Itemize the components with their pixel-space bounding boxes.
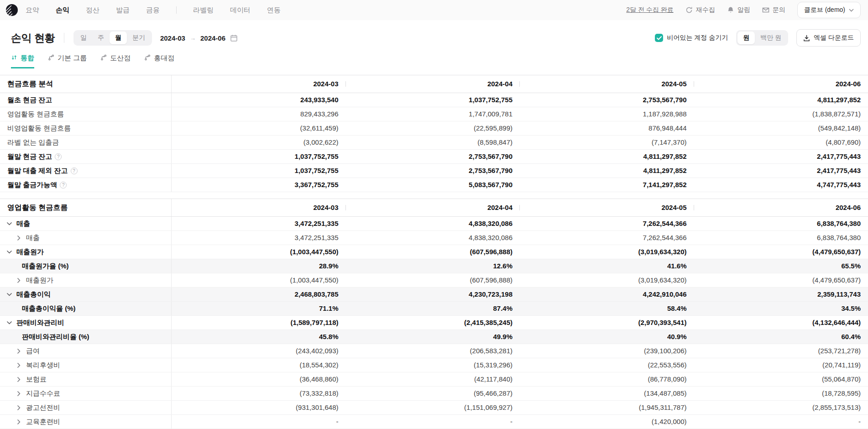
value-cell: 2,753,567,790 xyxy=(520,93,694,107)
app-logo-icon[interactable] xyxy=(5,4,18,16)
help-icon[interactable]: ? xyxy=(55,153,62,160)
collapse-toggle-chevron-down-icon[interactable] xyxy=(5,220,13,227)
unit-seg-option-1[interactable]: 원 xyxy=(737,31,755,44)
table-header-row: 현금흐름 분석2024-032024-042024-052024-06 xyxy=(0,75,868,93)
value-cell: 4,811,297,852 xyxy=(520,164,694,178)
nav-item-8[interactable]: 연동 xyxy=(267,6,281,15)
table-row: 영업활동 현금흐름829,433,2961,747,009,7811,187,9… xyxy=(0,107,868,121)
period-seg-option-2[interactable]: 주 xyxy=(92,31,110,44)
unit-seg-option-2[interactable]: 백만 원 xyxy=(755,31,787,44)
value-cell: (36,468,860) xyxy=(172,372,346,386)
row-label-cell: 매출 xyxy=(0,231,172,245)
value-cell: 4,838,320,086 xyxy=(346,217,520,230)
row-label: 판매비와관리비 xyxy=(16,319,64,327)
value-cell: 3,472,251,335 xyxy=(172,231,346,245)
tab-4[interactable]: 홍대점 xyxy=(144,54,174,68)
expand-toggle-chevron-right-icon[interactable] xyxy=(15,404,22,411)
help-icon[interactable]: ? xyxy=(60,182,67,188)
expand-toggle-chevron-right-icon[interactable] xyxy=(15,234,22,241)
table-row: 광고선전비(931,301,648)(1,151,069,927)(1,945,… xyxy=(0,401,868,415)
refresh-icon xyxy=(685,6,693,14)
expand-toggle-chevron-right-icon[interactable] xyxy=(15,361,22,369)
operating-cash-flow-table: 영업활동 현금흐름2024-032024-042024-052024-06매출3… xyxy=(0,199,868,429)
value-cell: 3,472,251,335 xyxy=(172,217,346,230)
calendar-icon[interactable] xyxy=(230,34,238,42)
row-label-cell: 매출 xyxy=(0,217,172,230)
table-row: 매출3,472,251,3354,838,320,0867,262,544,36… xyxy=(0,231,868,245)
collection-status-link[interactable]: 2달 전 수집 완료 xyxy=(626,6,673,14)
table-row: 보험료(36,468,860)(42,117,840)(86,778,090)(… xyxy=(0,372,868,387)
recollect-button[interactable]: 재수집 xyxy=(685,6,715,14)
tab-1[interactable]: 통합 xyxy=(11,54,34,68)
table-row: 복리후생비(18,554,302)(15,319,296)(22,553,556… xyxy=(0,358,868,372)
row-label: 라벨 없는 입출금 xyxy=(7,138,59,147)
value-cell: (2,970,393,541) xyxy=(520,316,694,330)
value-cell: 2,417,775,443 xyxy=(694,150,868,163)
nav-item-3[interactable]: 정산 xyxy=(86,6,99,15)
value-cell: 7,141,297,852 xyxy=(520,178,694,192)
value-cell: (4,479,650,637) xyxy=(694,273,868,287)
value-cell: 876,948,444 xyxy=(520,121,694,135)
table-row: 월말 대출 제외 잔고?1,037,752,7552,753,567,7904,… xyxy=(0,164,868,178)
excel-download-button[interactable]: 엑셀 다운로드 xyxy=(796,29,861,47)
value-cell: 1,747,009,781 xyxy=(346,107,520,121)
row-label: 매출 xyxy=(16,220,30,228)
collapse-toggle-chevron-down-icon[interactable] xyxy=(5,319,13,326)
value-cell: 1,037,752,755 xyxy=(346,93,520,107)
value-cell: 60.4% xyxy=(694,330,868,344)
value-cell: (1,003,447,550) xyxy=(172,273,346,287)
checkbox-checked-icon xyxy=(655,34,663,42)
table-row: 월말 출금가능액?3,367,752,7555,083,567,7907,141… xyxy=(0,178,868,192)
table-header-row: 영업활동 현금흐름2024-032024-042024-052024-06 xyxy=(0,199,868,217)
inquiry-label: 문의 xyxy=(773,6,785,14)
date-to[interactable]: 2024-06 xyxy=(200,34,225,42)
row-label: 매출원가 xyxy=(16,248,44,256)
branch-icon xyxy=(48,54,54,62)
nav-item-2[interactable]: 손익 xyxy=(56,6,69,15)
nav-item-6[interactable]: 라벨링 xyxy=(193,6,214,15)
value-cell: 6,838,764,380 xyxy=(694,231,868,245)
period-seg-option-3[interactable]: 월 xyxy=(110,31,127,44)
collapse-toggle-chevron-down-icon[interactable] xyxy=(5,248,13,256)
account-menu-button[interactable]: 클로브 (demo) xyxy=(797,2,861,18)
nav-right: 2달 전 수집 완료 재수집 알림 문의 클로브 (demo) xyxy=(626,2,861,18)
value-cell: 1,187,928,988 xyxy=(520,107,694,121)
table-row: 매출총이익2,468,803,7854,230,723,1984,242,910… xyxy=(0,288,868,302)
row-label: 매출원가율 (%) xyxy=(22,262,69,271)
value-cell: (32,611,459) xyxy=(172,121,346,135)
row-label-cell: 매출총이익 xyxy=(0,288,172,301)
mail-icon xyxy=(762,6,769,14)
tab-2[interactable]: 기본 그룹 xyxy=(48,54,87,68)
alarm-button[interactable]: 알림 xyxy=(727,6,750,14)
nav-item-5[interactable]: 금융 xyxy=(146,6,160,15)
table-row: 매출총이익율 (%)71.1%87.4%58.4%34.5% xyxy=(0,302,868,316)
row-label: 매출 xyxy=(26,234,40,242)
period-seg-option-4[interactable]: 분기 xyxy=(127,31,151,44)
value-cell: 4,230,723,198 xyxy=(346,288,520,301)
nav-item-4[interactable]: 발급 xyxy=(116,6,130,15)
row-label-cell: 광고선전비 xyxy=(0,401,172,414)
row-label: 월말 대출 제외 잔고 xyxy=(7,167,68,175)
collapse-toggle-chevron-down-icon[interactable] xyxy=(5,291,13,298)
hide-empty-accounts-checkbox[interactable]: 비어있는 계정 숨기기 xyxy=(655,34,728,42)
period-seg-option-1[interactable]: 일 xyxy=(75,31,92,44)
expand-toggle-chevron-right-icon[interactable] xyxy=(15,277,22,284)
recollect-label: 재수집 xyxy=(696,6,715,14)
nav-item-7[interactable]: 데이터 xyxy=(230,6,251,15)
expand-toggle-chevron-right-icon[interactable] xyxy=(15,347,22,355)
expand-toggle-chevron-right-icon[interactable] xyxy=(15,376,22,383)
expand-toggle-chevron-right-icon[interactable] xyxy=(15,390,22,397)
date-from[interactable]: 2024-03 xyxy=(160,34,185,42)
value-cell: 2,417,775,443 xyxy=(694,164,868,178)
tab-3[interactable]: 도산점 xyxy=(100,54,131,68)
row-label-cell: 매출총이익율 (%) xyxy=(0,302,172,315)
expand-toggle-chevron-right-icon[interactable] xyxy=(15,418,22,425)
column-header: 2024-06 xyxy=(694,75,868,93)
row-label-cell: 보험료 xyxy=(0,372,172,386)
nav-items: 요약손익정산발급금융라벨링데이터연동 xyxy=(26,6,281,15)
help-icon[interactable]: ? xyxy=(71,167,78,174)
value-cell: (20,741,119) xyxy=(694,358,868,372)
value-cell: (4,479,650,637) xyxy=(694,245,868,259)
nav-item-1[interactable]: 요약 xyxy=(26,6,39,15)
inquiry-button[interactable]: 문의 xyxy=(762,6,785,14)
